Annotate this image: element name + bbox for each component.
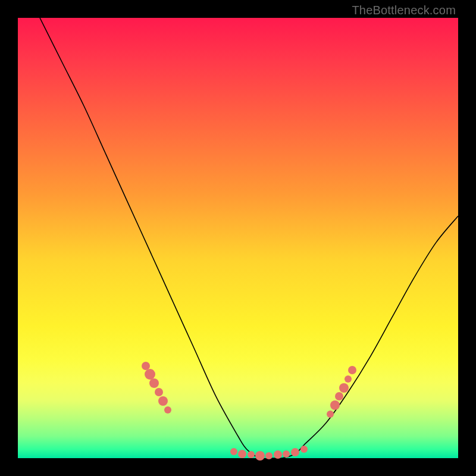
data-point-bottom-1 (230, 448, 237, 455)
data-point-bottom-2 (238, 450, 246, 458)
data-point-left-cluster-4 (155, 388, 163, 396)
data-point-left-cluster-6 (164, 406, 171, 414)
data-point-bottom-4 (255, 451, 265, 461)
data-point-bottom-6 (274, 450, 282, 459)
data-point-bottom-5 (265, 452, 273, 459)
data-point-left-cluster-5 (158, 396, 168, 406)
data-point-bottom-7 (283, 450, 290, 458)
data-point-right-cluster-4 (339, 383, 349, 393)
plot-area (18, 18, 458, 458)
bottleneck-curve-path (40, 18, 458, 458)
data-point-right-cluster-5 (345, 375, 352, 383)
data-point-right-cluster-2 (330, 400, 340, 410)
watermark-text: TheBottleneck.com (352, 4, 456, 17)
data-point-bottom-8 (291, 448, 299, 456)
chart-frame: TheBottleneck.com (0, 0, 476, 476)
bottleneck-curve-svg (18, 18, 458, 458)
